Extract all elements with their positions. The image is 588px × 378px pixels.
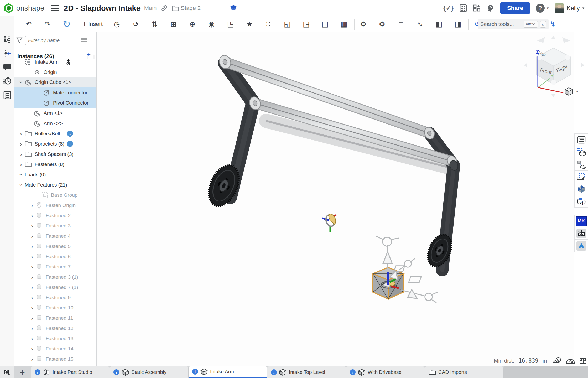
filter-input[interactable] [25,36,78,45]
element-tab[interactable]: i↓ Static Assembly [110,366,189,378]
tree-row[interactable]: Fasteners (8) ↓ [14,159,96,169]
apps-icon[interactable] [473,4,481,12]
expand-chevron-icon[interactable] [17,161,25,168]
user-caret-icon[interactable]: ▾ [582,6,584,11]
element-tab[interactable]: i↓ With Drivebase [346,366,425,378]
tree-row[interactable]: Rollers/Belt... ↓ [14,128,96,139]
toolbar-button[interactable]: ⚙ [377,18,389,30]
expand-chevron-icon[interactable] [17,141,25,147]
toolbar-button[interactable] [468,19,469,30]
view-cube-body[interactable]: Top Front Right [536,48,571,85]
tree-row[interactable]: Fastened 12 ↓ [14,323,96,333]
avatar[interactable] [555,3,564,13]
origin-cube[interactable] [373,267,403,299]
assembly-model[interactable] [97,32,574,366]
expand-chevron-icon[interactable] [28,356,36,362]
hamburger-menu-icon[interactable] [51,4,59,12]
tree-row[interactable]: Mate connector ↓ [14,87,96,98]
expand-chevron-icon[interactable] [28,223,36,229]
filter-icon[interactable] [16,37,23,44]
toolbar-button[interactable]: ↶ [24,18,35,30]
expand-chevron-icon[interactable] [28,284,36,291]
toolbar-button[interactable]: ⚙ [358,18,370,30]
tree-row[interactable]: Loads (0) ↓ [14,169,96,180]
protractor-icon[interactable] [566,357,575,365]
triangle-app-button[interactable] [574,240,588,252]
tree-row[interactable]: Origin ↓ [14,67,96,77]
expand-chevron-icon[interactable] [28,325,36,332]
pinwheel-app-button[interactable] [574,183,588,195]
create-version-icon[interactable] [3,49,11,57]
toolbar-button[interactable]: ↯ [548,18,559,30]
selection-panel-button[interactable] [574,170,588,183]
element-tab[interactable]: i↓ Intake Top Level [267,366,346,378]
onshape-logo[interactable]: onshape [3,3,44,14]
tree-row[interactable]: Intake Arm ↓ [14,57,96,67]
expand-chevron-icon[interactable] [17,79,25,85]
expand-chevron-icon[interactable] [28,346,36,352]
tree-row[interactable]: Mate Features (21) ↓ [14,180,96,190]
tree-row[interactable]: Fastened 5 ↓ [14,241,96,251]
user-name[interactable]: Kelly [567,5,580,12]
tree-row[interactable]: Arm <1> ↓ [14,108,96,118]
robot-app-button[interactable] [574,227,588,240]
expand-chevron-icon[interactable] [17,182,25,188]
expand-chevron-icon[interactable] [28,294,36,301]
custom-features-panel-button[interactable]: x) [574,195,588,208]
learning-icon[interactable] [487,4,495,12]
share-button[interactable]: Share [500,2,530,14]
help-caret-icon[interactable]: ▾ [547,6,549,11]
toolbar-button[interactable]: ◉ [206,18,218,30]
assembly-3d-viewport[interactable] [97,32,574,366]
toolbar-button[interactable]: ▦ [339,18,351,30]
view-mode-cube-icon[interactable] [564,87,574,96]
toolbar-button[interactable] [222,19,222,30]
toolbar-button[interactable]: ⊞ [169,18,180,30]
tree-row[interactable]: Fastened 2 ↓ [14,210,96,221]
toolbar-button[interactable] [58,19,58,30]
feature-list-panel-button[interactable] [574,133,588,146]
tree-row[interactable]: Origin Cube <1> ↓ [14,77,96,87]
toolbar-button[interactable]: ⊕ [188,18,199,30]
toolbar-button[interactable]: ∿ [415,18,426,30]
branch-name[interactable]: Main [144,5,157,12]
expand-chevron-icon[interactable] [28,253,36,260]
tree-row[interactable]: Base Group ↓ [14,190,96,200]
search-tools[interactable]: Search tools... alt/⌥ c [478,19,549,29]
element-tab[interactable]: i↓ Intake Part Studio [31,366,110,378]
tree-row[interactable]: Fastened 4 ↓ [14,231,96,241]
toolbar-button[interactable] [354,19,355,30]
tree-row[interactable]: Fastened 11 ↓ [14,313,96,323]
toolbar-button[interactable]: ⇅ [150,18,161,30]
tasks-icon[interactable] [459,4,467,12]
mate-connector-marker[interactable] [322,213,337,232]
tree-row[interactable]: Fasten Origin ↓ [14,200,96,210]
expand-chevron-icon[interactable] [17,151,25,157]
toolbar-button[interactable] [430,19,430,30]
mass-properties-icon[interactable] [579,357,588,365]
expand-chevron-icon[interactable] [28,264,36,270]
element-tab[interactable]: i↓ Intake Arm [189,366,267,378]
toolbar-button[interactable]: ◳ [226,18,237,30]
toolbar-button[interactable]: + Insert [81,18,104,30]
comments-icon[interactable] [3,63,11,71]
learning-center-icon[interactable] [230,4,237,12]
add-tab-button[interactable]: + [14,366,31,378]
tape-measure-icon[interactable] [553,357,562,365]
expand-chevron-icon[interactable] [28,335,36,342]
view-options[interactable]: ▾ [564,87,578,96]
update-download-badge[interactable]: ↓ [67,141,73,147]
tree-row[interactable]: Fastened 15 ↓ [14,354,96,364]
expand-chevron-icon[interactable] [28,233,36,239]
history-icon[interactable] [3,77,11,85]
tree-row[interactable]: Fastened 3 ↓ [14,221,96,231]
expand-chevron-icon[interactable] [28,202,36,209]
tree-row[interactable]: Fastened 7 ↓ [14,262,96,272]
tree-row[interactable]: Fastened 3 (1) ↓ [14,272,96,282]
expand-chevron-icon[interactable] [17,131,25,137]
list-view-icon[interactable] [80,37,88,44]
toolbar-button[interactable]: ◫ [320,18,332,30]
follow-checklist-icon[interactable] [3,91,11,99]
expand-chevron-icon[interactable] [28,315,36,321]
toolbar-button[interactable]: ↺ [131,18,142,30]
